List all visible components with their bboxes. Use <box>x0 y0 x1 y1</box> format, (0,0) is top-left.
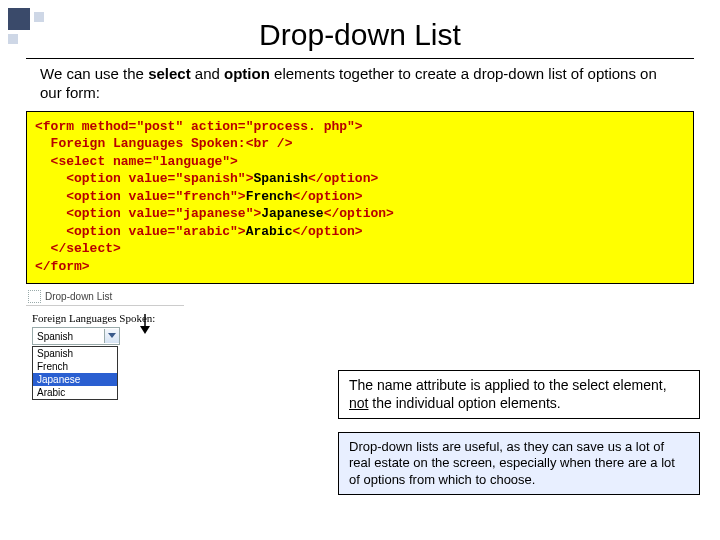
code-example-box: <form method="post" action="process. php… <box>26 111 694 285</box>
code-line: <form method="post" action="process. php… <box>35 119 363 134</box>
code-line: <option value="spanish"> <box>35 171 253 186</box>
code-text: Japanese <box>261 206 323 221</box>
arrow-down-icon <box>138 314 152 334</box>
title-rule <box>26 58 694 59</box>
browser-tab-label: Drop-down List <box>45 291 112 302</box>
dropdown-option[interactable]: Spanish <box>33 347 117 360</box>
intro-bold-select: select <box>148 65 191 82</box>
callout-name-attribute: The name attribute is applied to the sel… <box>338 370 700 419</box>
code-line: Foreign Languages Spoken:<br /> <box>35 136 292 151</box>
svg-marker-1 <box>140 326 150 334</box>
code-line: <select name="language"> <box>35 154 238 169</box>
callout-text: the individual option elements. <box>368 395 560 411</box>
code-text: French <box>246 189 293 204</box>
code-line: <option value="japanese"> <box>35 206 261 221</box>
intro-mid: and <box>191 65 224 82</box>
code-line: </select> <box>35 241 121 256</box>
code-line: </option> <box>292 189 362 204</box>
dropdown-listbox[interactable]: Spanish French Japanese Arabic <box>32 346 118 400</box>
page-title: Drop-down List <box>0 18 720 52</box>
chevron-down-icon <box>108 333 116 339</box>
callout-underline: not <box>349 395 368 411</box>
slide-corner-decoration <box>8 8 56 52</box>
code-line: </option> <box>308 171 378 186</box>
code-line: </option> <box>292 224 362 239</box>
dropdown-option[interactable]: French <box>33 360 117 373</box>
dropdown-selected-value: Spanish <box>33 331 104 342</box>
browser-body: Foreign Languages Spoken: Spanish Spanis… <box>26 306 184 404</box>
browser-preview: Drop-down List Foreign Languages Spoken:… <box>26 288 184 404</box>
intro-pre: We can use the <box>40 65 148 82</box>
callout-text: Drop-down lists are useful, as they can … <box>349 439 675 487</box>
code-line: </option> <box>324 206 394 221</box>
dropdown-toggle-button[interactable] <box>104 329 119 343</box>
svg-marker-2 <box>108 333 116 338</box>
page-icon <box>28 290 41 303</box>
dropdown-option[interactable]: Arabic <box>33 386 117 399</box>
code-text: Spanish <box>253 171 308 186</box>
code-line: <option value="arabic"> <box>35 224 246 239</box>
intro-bold-option: option <box>224 65 270 82</box>
form-label: Foreign Languages Spoken: <box>32 312 178 324</box>
code-line: <option value="french"> <box>35 189 246 204</box>
dropdown-option[interactable]: Japanese <box>33 373 117 386</box>
callout-text: The name attribute is applied to the sel… <box>349 377 667 393</box>
code-line: </form> <box>35 259 90 274</box>
code-text: Arabic <box>246 224 293 239</box>
dropdown-select[interactable]: Spanish <box>32 327 120 345</box>
browser-tab[interactable]: Drop-down List <box>26 288 184 306</box>
callout-usefulness: Drop-down lists are useful, as they can … <box>338 432 700 495</box>
intro-text: We can use the select and option element… <box>40 65 680 103</box>
